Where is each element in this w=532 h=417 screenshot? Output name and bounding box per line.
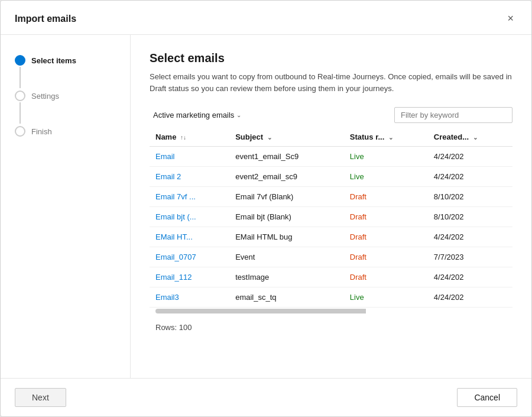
svg-point-0 <box>17 57 24 64</box>
step-connector-2 <box>15 89 25 125</box>
email-status-cell: Live <box>344 287 428 308</box>
col-subject[interactable]: Subject ⌄ <box>229 128 344 147</box>
email-name-cell[interactable]: Email_0707 <box>150 247 229 267</box>
sort-icon-subject: ⌄ <box>267 134 272 141</box>
dialog-footer: Next Cancel <box>1 378 531 416</box>
next-button[interactable]: Next <box>15 388 66 407</box>
email-created-cell: 8/10/202 <box>428 187 512 207</box>
step-select-items: Select items <box>15 54 116 89</box>
step-connector-1 <box>15 54 25 89</box>
email-status-cell: Draft <box>344 247 428 267</box>
col-name[interactable]: Name ↑↓ <box>150 128 229 147</box>
rows-count: Rows: 100 <box>150 317 512 334</box>
chevron-down-icon: ⌄ <box>236 112 241 118</box>
step-connector-3 <box>15 125 25 137</box>
email-name-cell[interactable]: Email <box>150 147 229 167</box>
close-button[interactable]: × <box>504 11 517 26</box>
section-title: Select emails <box>150 51 512 65</box>
email-created-cell: 4/24/202 <box>428 167 512 187</box>
email-status-cell: Draft <box>344 267 428 287</box>
table-row: Email_112 testImage Draft 4/24/202 <box>150 267 512 287</box>
dialog-header: Import emails × <box>1 1 531 35</box>
table-row: Email 2 event2_email_sc9 Live 4/24/202 <box>150 167 512 187</box>
email-created-cell: 8/10/202 <box>428 207 512 227</box>
section-description: Select emails you want to copy from outb… <box>150 71 512 94</box>
email-created-cell: 4/24/202 <box>428 147 512 167</box>
import-emails-dialog: Import emails × Select items <box>0 0 532 417</box>
sort-icon-name: ↑↓ <box>180 134 186 141</box>
col-created[interactable]: Created... ⌄ <box>428 128 512 147</box>
email-name-cell[interactable]: Email 2 <box>150 167 229 187</box>
dialog-title: Import emails <box>15 14 76 24</box>
sort-icon-created: ⌄ <box>473 134 478 141</box>
email-status-cell: Live <box>344 167 428 187</box>
step-circle-2 <box>15 90 25 101</box>
table-header: Name ↑↓ Subject ⌄ Status r... ⌄ <box>150 128 512 147</box>
table-row: Email3 email_sc_tq Live 4/24/202 <box>150 287 512 308</box>
email-subject-cell: event2_email_sc9 <box>229 167 344 187</box>
table-row: Email_0707 Event Draft 7/7/2023 <box>150 247 512 267</box>
email-subject-cell: Email bjt (Blank) <box>229 207 344 227</box>
step-circle-3 <box>15 126 25 137</box>
email-subject-cell: event1_email_Sc9 <box>229 147 344 167</box>
table-row: Email event1_email_Sc9 Live 4/24/202 <box>150 147 512 167</box>
email-subject-cell: Event <box>229 247 344 267</box>
email-table-wrap: Name ↑↓ Subject ⌄ Status r... ⌄ <box>150 128 512 368</box>
col-status[interactable]: Status r... ⌄ <box>344 128 428 147</box>
sort-icon-status: ⌄ <box>388 134 393 141</box>
email-name-cell[interactable]: Email bjt (... <box>150 207 229 227</box>
email-subject-cell: email_sc_tq <box>229 287 344 308</box>
email-subject-cell: EMail HTML bug <box>229 227 344 247</box>
cancel-button[interactable]: Cancel <box>457 388 517 407</box>
sidebar: Select items Settings Finish <box>1 35 131 378</box>
step-label-1: Select items <box>31 55 76 65</box>
email-name-cell[interactable]: Email_112 <box>150 267 229 287</box>
email-created-cell: 4/24/202 <box>428 287 512 308</box>
toolbar: Active marketing emails ⌄ <box>150 107 512 123</box>
email-name-cell[interactable]: EMail HT... <box>150 227 229 247</box>
step-finish: Finish <box>15 125 116 137</box>
dialog-body: Select items Settings Finish Select emai… <box>1 35 531 378</box>
email-status-cell: Draft <box>344 227 428 247</box>
step-label-3: Finish <box>31 126 52 136</box>
table-row: Email bjt (... Email bjt (Blank) Draft 8… <box>150 207 512 227</box>
email-name-cell[interactable]: Email 7vf ... <box>150 187 229 207</box>
email-status-cell: Live <box>344 147 428 167</box>
email-created-cell: 4/24/202 <box>428 267 512 287</box>
email-table: Name ↑↓ Subject ⌄ Status r... ⌄ <box>150 128 512 308</box>
email-name-cell[interactable]: Email3 <box>150 287 229 308</box>
email-subject-cell: Email 7vf (Blank) <box>229 187 344 207</box>
step-settings: Settings <box>15 89 116 125</box>
step-line-2 <box>20 102 21 124</box>
email-status-cell: Draft <box>344 207 428 227</box>
step-label-2: Settings <box>31 90 59 101</box>
keyword-filter-input[interactable] <box>394 107 512 123</box>
email-created-cell: 7/7/2023 <box>428 247 512 267</box>
filter-dropdown-button[interactable]: Active marketing emails ⌄ <box>150 108 245 122</box>
main-content: Select emails Select emails you want to … <box>131 35 531 378</box>
filter-label: Active marketing emails <box>153 111 234 119</box>
step-line-1 <box>20 67 21 88</box>
table-row: EMail HT... EMail HTML bug Draft 4/24/20… <box>150 227 512 247</box>
email-created-cell: 4/24/202 <box>428 227 512 247</box>
email-status-cell: Draft <box>344 187 428 207</box>
email-table-body: Email event1_email_Sc9 Live 4/24/202 Ema… <box>150 147 512 308</box>
table-row: Email 7vf ... Email 7vf (Blank) Draft 8/… <box>150 187 512 207</box>
step-circle-1 <box>15 55 25 66</box>
email-subject-cell: testImage <box>229 267 344 287</box>
horizontal-scrollbar[interactable] <box>155 309 507 313</box>
